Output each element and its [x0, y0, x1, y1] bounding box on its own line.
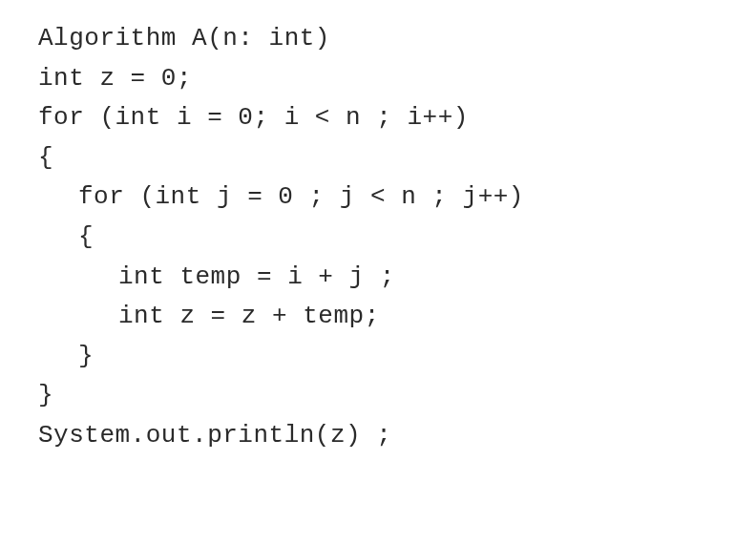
- code-line-2: int z = 0;: [38, 59, 756, 99]
- code-line-9: }: [38, 337, 756, 377]
- code-line-7: int temp = i + j ;: [38, 258, 756, 298]
- code-line-11: System.out.println(z) ;: [38, 416, 756, 456]
- code-line-3: for (int i = 0; i < n ; i++): [38, 98, 756, 138]
- code-line-4: {: [38, 138, 756, 178]
- code-line-1: Algorithm A(n: int): [38, 19, 756, 59]
- code-line-10: }: [38, 376, 756, 416]
- code-line-8: int z = z + temp;: [38, 297, 756, 337]
- code-line-5: for (int j = 0 ; j < n ; j++): [38, 178, 756, 218]
- code-block: Algorithm A(n: int) int z = 0; for (int …: [38, 19, 756, 456]
- code-line-6: {: [38, 218, 756, 258]
